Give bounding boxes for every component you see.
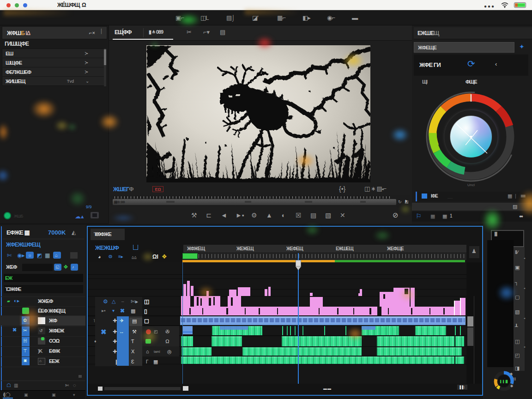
svg-text:▐ ▐ ▐▌: ▐ ▐ ▐▌	[499, 380, 508, 383]
svg-text:Uncl: Uncl	[467, 183, 475, 187]
